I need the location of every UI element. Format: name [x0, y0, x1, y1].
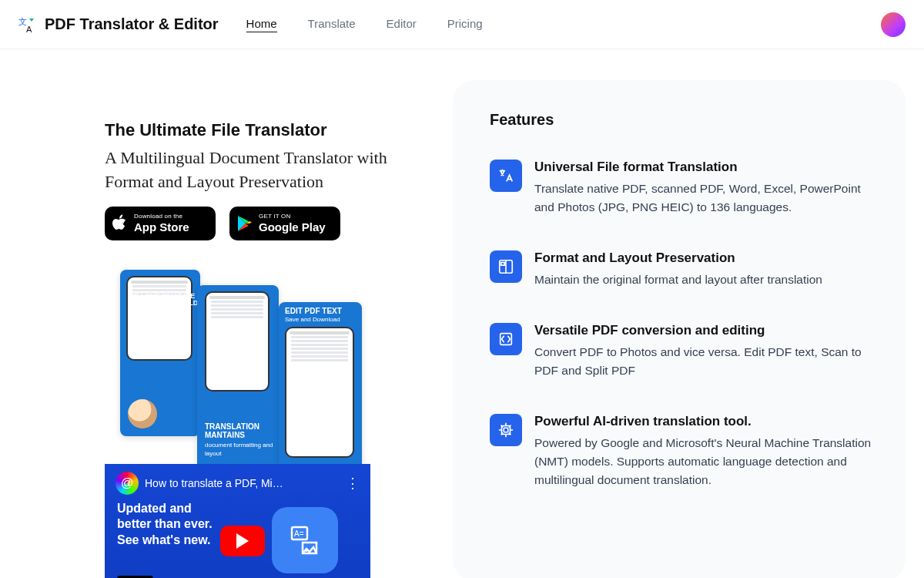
feature-item-translation: Universal File format Translation Transl… [490, 160, 875, 217]
app-store-badge[interactable]: Download on the App Store [105, 207, 216, 240]
collage-shot-2: TRANSLATION MANTAINSdocument formatting … [197, 285, 279, 470]
collage-shot-3: EDIT PDF TEXT Save and Download [279, 302, 362, 472]
brand-name: PDF Translator & Editor [45, 15, 219, 33]
feature-title: Universal File format Translation [534, 160, 875, 175]
app-logo-icon: 文A [18, 15, 37, 34]
nav-link-editor[interactable]: Editor [387, 17, 417, 32]
feature-item-layout: Format and Layout Preservation Maintain … [490, 250, 875, 289]
svg-text:A=: A= [294, 529, 304, 538]
feature-item-convert: Versatile PDF conversion and editing Con… [490, 323, 875, 380]
apple-icon [112, 214, 128, 233]
youtube-logo-icon: @ [116, 472, 139, 495]
screenshot-collage: WE LOVE WHAT WE DO AND SO SHOULD Y TRANS… [105, 268, 359, 453]
svg-text:A: A [26, 25, 32, 34]
google-play-badge[interactable]: GET IT ON Google Play [229, 207, 340, 240]
video-menu-icon[interactable]: ⋮ [346, 475, 360, 492]
video-mini-app-store-badge: App Store [117, 576, 153, 578]
translate-icon [490, 160, 522, 192]
video-app-icon: A= [272, 507, 338, 573]
nav-links: Home Translate Editor Pricing [246, 17, 483, 32]
play-button[interactable] [220, 526, 265, 556]
nav-link-pricing[interactable]: Pricing [447, 17, 483, 32]
feature-title: Versatile PDF conversion and editing [534, 323, 875, 338]
feature-desc: Translate native PDF, scanned PDF, Word,… [534, 180, 875, 217]
video-body-text: Updated and better than ever. See what's… [117, 501, 213, 549]
google-play-text: GET IT ON Google Play [259, 213, 326, 233]
convert-icon [490, 323, 522, 355]
feature-desc: Powered by Google and Microsoft's Neural… [534, 434, 875, 489]
feature-item-ai: Powerful AI-driven translation tool. Pow… [490, 414, 875, 489]
feature-title: Powerful AI-driven translation tool. [534, 414, 875, 429]
svg-rect-9 [504, 428, 508, 432]
layout-icon [490, 250, 522, 283]
google-play-icon [237, 215, 253, 232]
hero-subhead: A Multilingual Document Translator with … [105, 146, 428, 194]
promo-video[interactable]: @ How to translate a PDF, Mi… ⋮ Updated … [105, 464, 370, 578]
store-badges: Download on the App Store GET IT ON Goog… [105, 207, 428, 240]
top-nav: 文A PDF Translator & Editor Home Translat… [0, 0, 924, 49]
hero-column: The Ultimate File Translator A Multiling… [0, 49, 453, 578]
video-title: How to translate a PDF, Mi… [145, 477, 283, 489]
ai-chip-icon [490, 414, 522, 446]
play-icon [236, 533, 249, 549]
feature-desc: Convert PDF to Photos and vice versa. Ed… [534, 343, 875, 380]
feature-desc: Maintain the original format and layout … [534, 271, 875, 289]
app-store-text: Download on the App Store [134, 213, 189, 233]
feature-title: Format and Layout Preservation [534, 250, 875, 266]
hero-headline: The Ultimate File Translator [105, 120, 428, 140]
nav-link-home[interactable]: Home [246, 17, 277, 32]
collage-shot-1: WE LOVE WHAT WE DO AND SO SHOULD Y [120, 270, 200, 436]
features-title: Features [490, 111, 875, 129]
brand-block[interactable]: 文A PDF Translator & Editor [18, 15, 219, 34]
svg-rect-6 [501, 263, 505, 266]
user-avatar[interactable] [881, 12, 906, 37]
features-panel: Features Universal File format Translati… [453, 80, 906, 578]
nav-link-translate[interactable]: Translate [308, 17, 356, 32]
